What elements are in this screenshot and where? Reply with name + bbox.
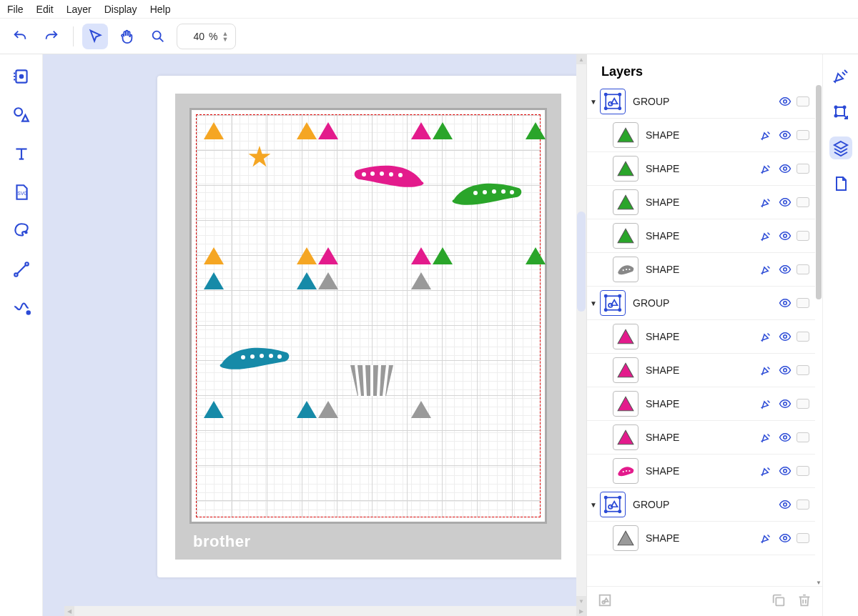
zoom-tool[interactable]	[145, 24, 171, 49]
layers-list[interactable]: ▲ ▼ ▼GROUPSHAPESHAPESHAPESHAPESHAPE▼GROU…	[587, 85, 822, 586]
scroll-down-icon[interactable]: ▼	[576, 596, 586, 606]
duplicate-icon[interactable]	[771, 592, 786, 611]
layer-group[interactable]: ▼GROUP	[587, 287, 815, 320]
pen-icon[interactable]	[759, 464, 774, 478]
trash-icon[interactable]	[797, 592, 812, 611]
trace-tool-icon[interactable]	[10, 219, 33, 242]
eye-icon[interactable]	[778, 464, 792, 478]
zoom-value[interactable]: 40	[184, 31, 204, 42]
scroll-right-icon[interactable]: ▶	[576, 606, 586, 616]
horizontal-scrollbar[interactable]: ◀ ▶	[64, 606, 586, 616]
scroll-up-icon[interactable]: ▲	[576, 54, 586, 64]
layer-item[interactable]: SHAPE	[587, 186, 815, 219]
caret-down-icon[interactable]: ▼	[590, 98, 600, 106]
caret-down-icon[interactable]: ▼	[590, 299, 600, 307]
triangle-shape[interactable]	[433, 247, 453, 264]
menu-help[interactable]: Help	[150, 4, 171, 15]
eye-icon[interactable]	[778, 128, 792, 142]
menu-layer[interactable]: Layer	[66, 4, 92, 15]
pen-icon[interactable]	[759, 397, 774, 411]
triangle-shape[interactable]	[318, 401, 338, 418]
layer-group[interactable]: ▼GROUP	[587, 488, 815, 522]
lock-toggle[interactable]	[797, 365, 809, 375]
design-grid[interactable]: ★	[196, 114, 541, 517]
triangle-shape[interactable]	[411, 401, 431, 418]
eye-icon[interactable]	[778, 162, 792, 176]
star-shape[interactable]: ★	[247, 140, 272, 173]
blob-shape[interactable]	[218, 344, 293, 374]
triangle-shape[interactable]	[318, 122, 338, 139]
lock-toggle[interactable]	[797, 500, 809, 510]
canvas-area[interactable]: brother ★ ▲ ▼ ◀ ▶	[43, 54, 586, 616]
lock-toggle[interactable]	[797, 130, 809, 140]
triangle-shape[interactable]	[318, 272, 338, 289]
triangle-shape[interactable]	[318, 247, 338, 264]
lock-toggle[interactable]	[797, 298, 809, 308]
menu-file[interactable]: File	[7, 4, 24, 15]
menu-edit[interactable]: Edit	[36, 4, 54, 15]
triangle-shape[interactable]	[411, 122, 431, 139]
layer-group[interactable]: ▼GROUP	[587, 85, 815, 119]
triangle-shape[interactable]	[433, 122, 453, 139]
eye-icon[interactable]	[778, 229, 792, 243]
caret-down-icon[interactable]: ▼	[590, 501, 600, 509]
lock-toggle[interactable]	[797, 264, 809, 274]
scroll-left-icon[interactable]: ◀	[64, 606, 74, 616]
eye-icon[interactable]	[778, 397, 792, 411]
triangle-shape[interactable]	[204, 272, 224, 289]
pen-icon[interactable]	[759, 195, 774, 209]
page-tab-icon[interactable]	[829, 172, 852, 195]
triangle-shape[interactable]	[297, 401, 317, 418]
layer-item[interactable]: SHAPE	[587, 421, 815, 454]
eye-icon[interactable]	[778, 262, 792, 277]
redo-button[interactable]	[39, 24, 64, 49]
eye-icon[interactable]	[778, 296, 792, 310]
cupcake-shape[interactable]	[347, 362, 397, 400]
eye-icon[interactable]	[778, 497, 792, 512]
triangle-shape[interactable]	[526, 122, 546, 139]
zoom-field[interactable]: 40 % ▲▼	[177, 24, 236, 49]
lock-toggle[interactable]	[797, 164, 809, 174]
layer-item[interactable]: SHAPE	[587, 119, 815, 152]
menu-display[interactable]: Display	[104, 4, 137, 15]
pen-icon[interactable]	[759, 162, 774, 176]
undo-button[interactable]	[7, 24, 33, 49]
lock-toggle[interactable]	[797, 466, 809, 476]
triangle-shape[interactable]	[204, 401, 224, 418]
pen-icon[interactable]	[759, 363, 774, 377]
eye-icon[interactable]	[778, 430, 792, 444]
eye-icon[interactable]	[778, 94, 792, 109]
scroll-thumb[interactable]	[577, 212, 586, 312]
lock-toggle[interactable]	[797, 533, 809, 543]
layers-tab-icon[interactable]	[829, 136, 852, 159]
text-tool-icon[interactable]	[10, 142, 33, 165]
svg-import-icon[interactable]: SVG	[10, 181, 33, 204]
triangle-shape[interactable]	[297, 122, 317, 139]
lock-toggle[interactable]	[797, 197, 809, 207]
layer-item[interactable]: SHAPE	[587, 152, 815, 186]
pen-icon[interactable]	[759, 262, 774, 277]
style-tab-icon[interactable]	[829, 65, 852, 88]
pen-icon[interactable]	[759, 329, 774, 344]
freehand-tool-icon[interactable]	[10, 297, 33, 319]
vertical-scrollbar[interactable]: ▲ ▼	[576, 54, 586, 606]
lock-toggle[interactable]	[797, 399, 809, 409]
blob-shape[interactable]	[450, 179, 526, 209]
eye-icon[interactable]	[778, 195, 792, 209]
triangle-shape[interactable]	[411, 272, 431, 289]
lock-toggle[interactable]	[797, 432, 809, 442]
layer-item[interactable]: SHAPE	[587, 522, 815, 555]
triangle-shape[interactable]	[204, 122, 224, 139]
transform-tab-icon[interactable]	[829, 101, 852, 124]
layer-item[interactable]: SHAPE	[587, 320, 815, 354]
eye-icon[interactable]	[778, 363, 792, 377]
shape-tool-icon[interactable]	[10, 104, 33, 126]
triangle-shape[interactable]	[526, 247, 546, 264]
eye-icon[interactable]	[778, 531, 792, 545]
eye-icon[interactable]	[778, 329, 792, 344]
triangle-shape[interactable]	[297, 272, 317, 289]
layer-item[interactable]: SHAPE	[587, 354, 815, 387]
library-icon[interactable]	[10, 65, 33, 88]
layer-item[interactable]: SHAPE	[587, 219, 815, 253]
triangle-shape[interactable]	[204, 247, 224, 264]
